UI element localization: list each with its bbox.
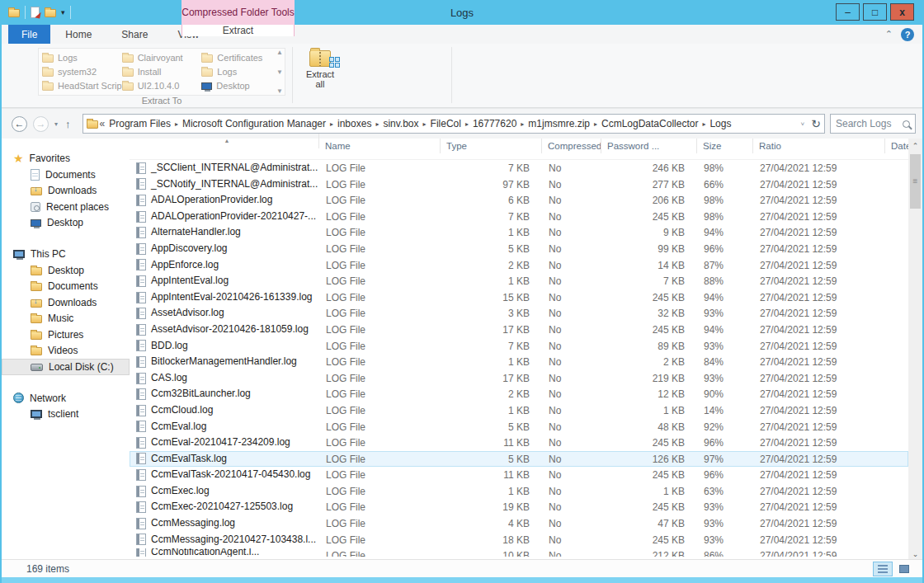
sidebar-item-recent-places[interactable]: Recent places	[2, 199, 130, 215]
sidebar-item-pictures[interactable]: Pictures	[2, 327, 130, 343]
folder-icon[interactable]	[8, 9, 20, 17]
view-details-button[interactable]	[873, 562, 893, 576]
breadcrumb-item[interactable]: Microsoft Configuration Manager	[180, 118, 328, 129]
extract-destination-item[interactable]: Install	[122, 64, 202, 78]
breadcrumb-item[interactable]: FileCol	[428, 118, 464, 129]
table-row[interactable]: CcmCloud.logLOG File1 KBNo1 KB14%27/04/2…	[130, 402, 908, 419]
table-row[interactable]: BitlockerManagementHandler.logLOG File1 …	[130, 354, 908, 370]
table-row[interactable]: AssetAdvisor-20210426-181059.logLOG File…	[130, 322, 908, 338]
table-row[interactable]: _SCNotify_INTERNAL@Administrat...LOG Fil…	[130, 176, 908, 193]
tab-share[interactable]: Share	[106, 25, 163, 44]
table-row[interactable]: CcmMessaging.logLOG File4 KBNo47 KB93%27…	[130, 515, 908, 532]
table-row[interactable]: AppDiscovery.logLOG File5 KBNo99 KB96%27…	[130, 241, 908, 257]
minimize-button[interactable]: –	[836, 3, 860, 21]
extract-all-button[interactable]: Extract all	[299, 47, 342, 105]
close-button[interactable]: x	[890, 3, 914, 21]
extract-destination-item[interactable]: HeadStart Scripts	[42, 79, 122, 93]
table-row[interactable]: AppIntentEval-20210426-161339.logLOG Fil…	[130, 289, 908, 306]
tab-extract[interactable]: Extract	[182, 25, 295, 36]
sidebar-item-downloads[interactable]: Downloads	[2, 183, 130, 200]
scrollbar-thumb[interactable]	[910, 154, 921, 209]
scroll-up-icon[interactable]: ▲	[276, 49, 283, 56]
table-row[interactable]: AppEnforce.logLOG File2 KBNo14 KB87%27/0…	[130, 257, 908, 274]
breadcrumb-item[interactable]: inboxes	[335, 118, 374, 129]
table-row[interactable]: ADALOperationProvider-20210427-...LOG Fi…	[130, 209, 908, 225]
scrollbar-down-icon[interactable]: ⌄	[912, 550, 919, 558]
breadcrumb-item[interactable]: Logs	[707, 118, 733, 129]
scrollbar-up-icon[interactable]: ⌃	[912, 139, 919, 153]
extract-destination-item[interactable]: system32	[42, 64, 122, 78]
sidebar-group-network[interactable]: Network	[2, 390, 130, 407]
address-bar[interactable]: « Program Files▸Microsoft Configuration …	[82, 114, 825, 134]
column-header-password[interactable]: Password ...	[601, 139, 697, 153]
sidebar-group-this-pc[interactable]: This PC	[2, 246, 130, 262]
table-row[interactable]: CcmEval.logLOG File5 KBNo48 KB92%27/04/2…	[130, 419, 908, 435]
table-row[interactable]: AlternateHandler.logLOG File1 KBNo9 KB94…	[130, 224, 908, 241]
more-destinations-icon[interactable]: ▼	[276, 87, 283, 95]
history-dropdown-icon[interactable]: ▾	[54, 120, 58, 128]
column-header-size[interactable]: Size	[697, 139, 753, 153]
qat-dropdown-icon[interactable]: ▾	[61, 8, 65, 16]
up-button[interactable]: ↑	[65, 118, 71, 130]
table-row[interactable]: CcmNotificationAgent.l...LOG File10 KBNo…	[130, 548, 908, 557]
table-row[interactable]: BDD.logLOG File7 KBNo89 KB93%27/04/2021 …	[130, 338, 908, 355]
column-header-compressed-size[interactable]: Compressed size	[542, 139, 601, 153]
table-row[interactable]: CcmExec.logLOG File1 KBNo1 KB63%27/04/20…	[130, 483, 908, 500]
sidebar-item-desktop[interactable]: Desktop	[2, 262, 130, 279]
sidebar-item-documents[interactable]: Documents	[2, 167, 130, 183]
address-dropdown-icon[interactable]: ˅	[801, 120, 805, 128]
column-header-ratio[interactable]: Ratio	[753, 139, 885, 153]
search-box[interactable]	[830, 114, 916, 134]
breadcrumb-item[interactable]: Program Files	[106, 118, 173, 129]
scroll-down-icon[interactable]: ▼	[276, 68, 283, 76]
extract-destination-item[interactable]: Desktop	[201, 79, 281, 93]
refresh-icon[interactable]: ↻	[811, 117, 821, 130]
vertical-scrollbar[interactable]: ⌃ ⌄	[908, 139, 922, 559]
breadcrumb-item[interactable]: CcmLogDataCollector	[599, 118, 700, 129]
sidebar-item-desktop[interactable]: Desktop	[2, 215, 130, 232]
table-row[interactable]: AssetAdvisor.logLOG File3 KBNo32 KB93%27…	[130, 305, 908, 322]
table-row[interactable]: AppIntentEval.logLOG File1 KBNo7 KB88%27…	[130, 273, 908, 289]
column-header-type[interactable]: Type	[441, 139, 542, 153]
extract-destination-item[interactable]: Clairvoyant	[122, 50, 202, 64]
search-input[interactable]	[836, 118, 903, 129]
view-thumbnails-button[interactable]	[894, 562, 914, 576]
file-name: _SCClient_INTERNAL@Administrat...	[151, 161, 318, 176]
sidebar-item-music[interactable]: Music	[2, 311, 130, 327]
table-row[interactable]: CcmEval-20210417-234209.logLOG File11 KB…	[130, 435, 908, 451]
column-header-name[interactable]: Name	[319, 139, 441, 153]
sidebar-item-local-disk-c-[interactable]: Local Disk (C:)	[2, 359, 130, 375]
table-row[interactable]: ADALOperationProvider.logLOG File6 KBNo2…	[130, 192, 908, 209]
breadcrumb-item[interactable]: sinv.box	[380, 118, 421, 129]
file-name-cell: CcmMessaging-20210427-103438.l...	[130, 533, 320, 548]
breadcrumb-overflow[interactable]: «	[98, 118, 107, 129]
forward-button[interactable]: →	[33, 116, 49, 132]
table-row[interactable]: CAS.logLOG File17 KBNo219 KB93%27/04/202…	[130, 370, 908, 387]
table-row[interactable]: CcmEvalTask-20210417-045430.logLOG File1…	[130, 467, 908, 483]
sidebar-item-videos[interactable]: Videos	[2, 343, 130, 360]
sidebar-item-documents[interactable]: Documents	[2, 279, 130, 295]
extract-destination-item[interactable]: UI2.10.4.0	[122, 79, 202, 93]
properties-icon[interactable]	[31, 7, 40, 18]
table-row[interactable]: _SCClient_INTERNAL@Administrat...LOG Fil…	[130, 160, 908, 176]
collapse-ribbon-icon[interactable]: ⌃	[885, 29, 893, 40]
extract-destination-item[interactable]: Certificates	[201, 50, 281, 64]
table-row[interactable]: Ccm32BitLauncher.logLOG File2 KBNo12 KB9…	[130, 386, 908, 402]
extract-destination-item[interactable]: Logs	[201, 64, 281, 78]
table-row[interactable]: CcmMessaging-20210427-103438.l...LOG Fil…	[130, 532, 908, 548]
file-name-cell: CcmNotificationAgent.l...	[130, 548, 320, 557]
sidebar-item-tsclient[interactable]: tsclient	[2, 407, 130, 423]
maximize-button[interactable]: □	[863, 3, 887, 21]
back-button[interactable]: ←	[12, 116, 27, 132]
breadcrumb-item[interactable]: m1jmsmre.zip	[526, 118, 592, 129]
tab-file[interactable]: File	[8, 25, 50, 44]
help-icon[interactable]: ?	[901, 28, 914, 41]
extract-destination-item[interactable]: Logs	[42, 50, 122, 64]
tab-home[interactable]: Home	[50, 25, 106, 44]
table-row[interactable]: CcmExec-20210427-125503.logLOG File19 KB…	[130, 499, 908, 515]
sidebar-group-favorites[interactable]: ★Favorites	[2, 150, 130, 167]
table-row[interactable]: CcmEvalTask.logLOG File5 KBNo126 KB97%27…	[130, 451, 908, 468]
breadcrumb-item[interactable]: 16777620	[470, 118, 519, 129]
new-folder-icon[interactable]	[45, 9, 56, 17]
sidebar-item-downloads[interactable]: Downloads	[2, 294, 130, 311]
